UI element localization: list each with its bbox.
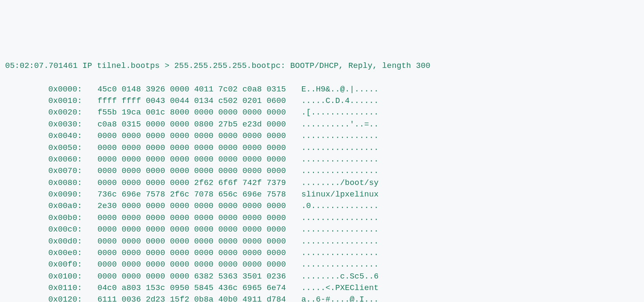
hex-row: 0x0000:45c0 0148 3926 0000 4011 7c02 c0a… <box>5 84 639 95</box>
ascii: ........c.Sc5..6 <box>286 271 379 282</box>
hex-row: 0x0100:0000 0000 0000 0000 6382 5363 350… <box>5 271 639 282</box>
hex-row: 0x0080:0000 0000 0000 0000 2f62 6f6f 742… <box>5 177 639 189</box>
offset: 0x0100: <box>5 271 82 282</box>
packet-dump: 05:02:07.701461 IP tilnel.bootps > 255.2… <box>5 49 639 302</box>
ascii: ......../boot/sy <box>286 177 379 189</box>
hex-row: 0x00f0:0000 0000 0000 0000 0000 0000 000… <box>5 259 639 270</box>
ascii: ..........'..=.. <box>286 119 379 130</box>
ascii: .....C.D.4...... <box>286 95 379 107</box>
offset: 0x0040: <box>5 130 82 142</box>
offset: 0x00d0: <box>5 236 82 247</box>
hex-row: 0x0070:0000 0000 0000 0000 0000 0000 000… <box>5 165 639 177</box>
hex-bytes: 736c 696e 7578 2f6c 7078 656c 696e 7578 <box>82 189 286 200</box>
hex-row: 0x0060:0000 0000 0000 0000 0000 0000 000… <box>5 154 639 165</box>
hex-bytes: 0000 0000 0000 0000 0000 0000 0000 0000 <box>82 154 286 165</box>
hex-bytes: ffff ffff 0043 0044 0134 c502 0201 0600 <box>82 95 286 107</box>
ascii: ................ <box>286 236 379 247</box>
hex-bytes: 0000 0000 0000 0000 0000 0000 0000 0000 <box>82 259 286 270</box>
hex-row: 0x0020:f55b 19ca 001c 8000 0000 0000 000… <box>5 107 639 118</box>
packet-header: 05:02:07.701461 IP tilnel.bootps > 255.2… <box>5 60 639 72</box>
offset: 0x0080: <box>5 177 82 189</box>
ascii: ................ <box>286 259 379 270</box>
ascii: ................ <box>286 212 379 224</box>
hex-bytes: 0000 0000 0000 0000 0000 0000 0000 0000 <box>82 236 286 247</box>
hex-bytes: 0000 0000 0000 0000 0000 0000 0000 0000 <box>82 224 286 235</box>
offset: 0x00a0: <box>5 200 82 212</box>
hex-bytes: c0a8 0315 0000 0000 0800 27b5 e23d 0000 <box>82 119 286 130</box>
ascii: ................ <box>286 224 379 235</box>
hex-row: 0x00c0:0000 0000 0000 0000 0000 0000 000… <box>5 224 639 235</box>
hex-row: 0x0110:04c0 a803 153c 0950 5845 436c 696… <box>5 282 639 294</box>
hex-bytes: 0000 0000 0000 0000 6382 5363 3501 0236 <box>82 271 286 282</box>
hex-bytes: 0000 0000 0000 0000 0000 0000 0000 0000 <box>82 130 286 142</box>
hex-row: 0x0090:736c 696e 7578 2f6c 7078 656c 696… <box>5 189 639 200</box>
ascii: .[.............. <box>286 107 379 118</box>
ascii: ................ <box>286 130 379 142</box>
hex-bytes: f55b 19ca 001c 8000 0000 0000 0000 0000 <box>82 107 286 118</box>
offset: 0x0000: <box>5 84 82 95</box>
offset: 0x0020: <box>5 107 82 118</box>
hex-row: 0x00e0:0000 0000 0000 0000 0000 0000 000… <box>5 247 639 259</box>
ascii: ................ <box>286 142 379 154</box>
offset: 0x0050: <box>5 142 82 154</box>
ascii: .....<.PXEClient <box>286 282 379 294</box>
hex-row: 0x0030:c0a8 0315 0000 0000 0800 27b5 e23… <box>5 119 639 130</box>
hex-row: 0x00d0:0000 0000 0000 0000 0000 0000 000… <box>5 236 639 247</box>
ascii: ................ <box>286 165 379 177</box>
hex-bytes: 0000 0000 0000 0000 0000 0000 0000 0000 <box>82 247 286 259</box>
offset: 0x00c0: <box>5 224 82 235</box>
hex-bytes: 2e30 0000 0000 0000 0000 0000 0000 0000 <box>82 200 286 212</box>
hex-row: 0x00a0:2e30 0000 0000 0000 0000 0000 000… <box>5 200 639 212</box>
ascii: a..6-#....@.I... <box>286 294 379 302</box>
offset: 0x00f0: <box>5 259 82 270</box>
ascii: ................ <box>286 154 379 165</box>
offset: 0x0030: <box>5 119 82 130</box>
ascii: .0.............. <box>286 200 379 212</box>
hex-row: 0x00b0:0000 0000 0000 0000 0000 0000 000… <box>5 212 639 224</box>
offset: 0x0010: <box>5 95 82 107</box>
offset: 0x00b0: <box>5 212 82 224</box>
offset: 0x0060: <box>5 154 82 165</box>
hex-bytes: 45c0 0148 3926 0000 4011 7c02 c0a8 0315 <box>82 84 286 95</box>
hex-bytes: 0000 0000 0000 0000 0000 0000 0000 0000 <box>82 212 286 224</box>
hex-row: 0x0040:0000 0000 0000 0000 0000 0000 000… <box>5 130 639 142</box>
hex-bytes: 0000 0000 0000 0000 0000 0000 0000 0000 <box>82 165 286 177</box>
hex-row: 0x0010:ffff ffff 0043 0044 0134 c502 020… <box>5 95 639 107</box>
hex-bytes: 6111 0036 2d23 15f2 0b8a 40b0 4911 d784 <box>82 294 286 302</box>
hex-row: 0x0050:0000 0000 0000 0000 0000 0000 000… <box>5 142 639 154</box>
hex-bytes: 0000 0000 0000 0000 2f62 6f6f 742f 7379 <box>82 177 286 189</box>
offset: 0x0090: <box>5 189 82 200</box>
hex-row: 0x0120:6111 0036 2d23 15f2 0b8a 40b0 491… <box>5 294 639 302</box>
offset: 0x0070: <box>5 165 82 177</box>
ascii: slinux/lpxelinux <box>286 189 379 200</box>
hex-bytes: 04c0 a803 153c 0950 5845 436c 6965 6e74 <box>82 282 286 294</box>
offset: 0x00e0: <box>5 247 82 259</box>
ascii: ................ <box>286 247 379 259</box>
header-text: 05:02:07.701461 IP tilnel.bootps > 255.2… <box>5 62 431 70</box>
offset: 0x0110: <box>5 282 82 294</box>
ascii: E..H9&..@.|..... <box>286 84 379 95</box>
offset: 0x0120: <box>5 294 82 302</box>
hex-bytes: 0000 0000 0000 0000 0000 0000 0000 0000 <box>82 142 286 154</box>
